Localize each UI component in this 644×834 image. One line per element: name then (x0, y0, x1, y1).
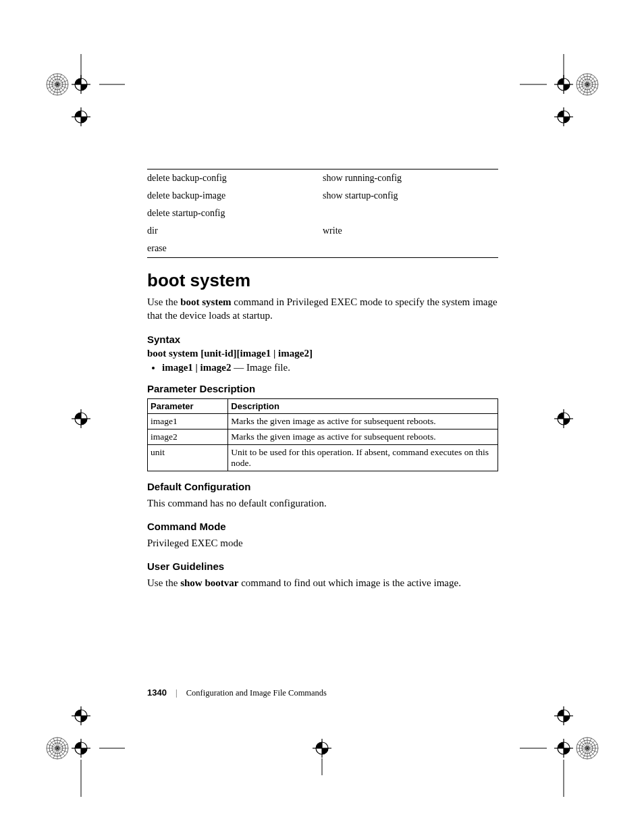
command-mode-heading: Command Mode (147, 521, 498, 532)
ug-pre: Use the (147, 577, 180, 588)
bullet-bold: image1 | image2 (162, 362, 231, 373)
default-config-body: This command has no default configuratio… (147, 496, 498, 510)
cmd-cell: show startup-config (323, 187, 498, 205)
table-row: image2 Marks the given image as active f… (148, 429, 498, 444)
table-header-row: Parameter Description (148, 398, 498, 413)
table-row: delete backup-image show startup-config (147, 187, 498, 205)
cmd-cell (323, 205, 498, 222)
crop-mark-icon (44, 54, 125, 135)
page-footer: 1340 | Configuration and Image File Comm… (147, 687, 327, 698)
table-row: delete startup-config (147, 205, 498, 222)
cmd-cell: show running-config (323, 170, 498, 187)
col-parameter: Parameter (148, 398, 228, 413)
crop-mark-icon (520, 54, 601, 135)
bullet-rest: — Image file. (231, 362, 290, 373)
col-description: Description (228, 398, 498, 413)
ug-bold: show bootvar (180, 577, 238, 588)
crop-mark-icon (550, 405, 591, 432)
syntax-bullets: image1 | image2 — Image file. (162, 362, 498, 373)
parameter-table: Parameter Description image1 Marks the g… (147, 398, 498, 471)
cmd-cell: write (323, 222, 498, 240)
rule-bottom (147, 257, 498, 258)
table-row: dir write (147, 222, 498, 240)
intro-bold: boot system (180, 296, 231, 307)
param-desc-heading: Parameter Description (147, 383, 498, 394)
page-body: delete backup-config show running-config… (147, 169, 498, 600)
table-row: image1 Marks the given image as active f… (148, 413, 498, 429)
desc-cell: Marks the given image as active for subs… (228, 429, 498, 444)
user-guidelines-body: Use the show bootvar command to find out… (147, 576, 498, 590)
ug-post: command to find out which image is the a… (238, 577, 461, 588)
syntax-line: boot system [unit-id][image1 | image2] (147, 348, 498, 359)
footer-separator: | (176, 688, 178, 698)
param-cell: image1 (148, 413, 228, 429)
intro-paragraph: Use the boot system command in Privilege… (147, 295, 498, 323)
param-cell: image2 (148, 429, 228, 444)
cmd-cell: delete backup-config (147, 170, 323, 187)
table-row: delete backup-config show running-config (147, 170, 498, 187)
crop-mark-icon (520, 702, 601, 797)
desc-cell: Unit to be used for this operation. If a… (228, 444, 498, 471)
list-item: image1 | image2 — Image file. (162, 362, 498, 373)
cmd-cell: delete backup-image (147, 187, 323, 205)
param-cell: unit (148, 444, 228, 471)
default-config-heading: Default Configuration (147, 481, 498, 492)
cmd-cell: delete startup-config (147, 205, 323, 222)
page-number: 1340 (147, 687, 167, 698)
syntax-heading: Syntax (147, 334, 498, 345)
table-row: unit Unit to be used for this operation.… (148, 444, 498, 471)
section-title: boot system (147, 270, 498, 291)
crop-mark-icon (44, 702, 125, 797)
intro-pre: Use the (147, 296, 180, 307)
cmd-cell: erase (147, 240, 323, 257)
user-guidelines-heading: User Guidelines (147, 561, 498, 572)
command-mode-body: Privileged EXEC mode (147, 536, 498, 550)
desc-cell: Marks the given image as active for subs… (228, 413, 498, 429)
chapter-name: Configuration and Image File Commands (186, 688, 327, 698)
table-row: erase (147, 240, 498, 257)
crop-mark-icon (68, 405, 108, 432)
related-commands-table: delete backup-config show running-config… (147, 170, 498, 257)
crop-mark-icon (307, 735, 341, 775)
cmd-cell (323, 240, 498, 257)
cmd-cell: dir (147, 222, 323, 240)
